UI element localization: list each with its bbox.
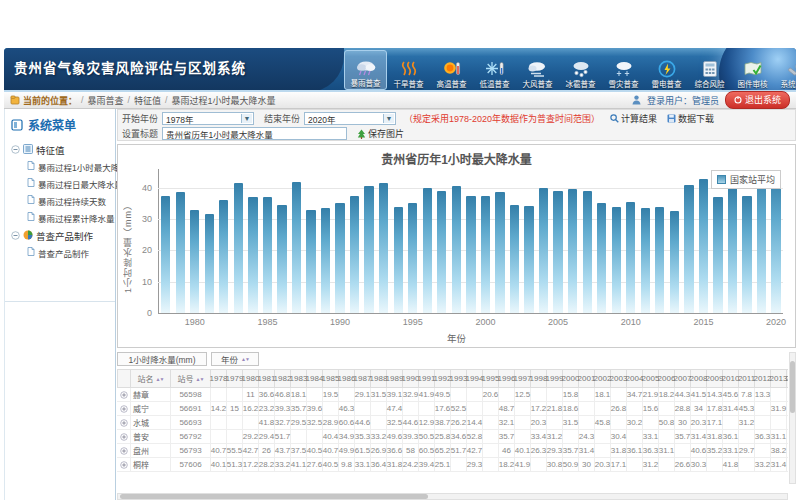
end-year-select[interactable]: 2020年 ▼	[304, 112, 396, 125]
value-cell	[371, 416, 387, 430]
year-header-1997[interactable]: 1997	[515, 369, 531, 388]
value-cell	[611, 416, 627, 430]
year-header-1979[interactable]: 1979	[227, 369, 243, 388]
year-header-1987[interactable]: 1987	[355, 369, 371, 388]
sort-icons[interactable]: ▲▼	[196, 376, 204, 382]
year-header-2000[interactable]: 2000	[563, 369, 579, 388]
year-header-2007[interactable]: 2007	[675, 369, 691, 388]
year-header-2014[interactable]: 2014	[787, 369, 788, 388]
station-name-cell[interactable]: 普安	[131, 430, 171, 444]
year-header-2001[interactable]: 2001	[579, 369, 595, 388]
year-header-1989[interactable]: 1989	[387, 369, 403, 388]
year-header-1996[interactable]: 1996	[499, 369, 515, 388]
year-header-1982[interactable]: 1982	[275, 369, 291, 388]
year-header-1995[interactable]: 1995	[483, 369, 499, 388]
year-header-2011[interactable]: 2011	[739, 369, 755, 388]
expand-row-icon[interactable]	[117, 402, 131, 416]
year-header-2003[interactable]: 2003	[611, 369, 627, 388]
year-header-2008[interactable]: 2008	[691, 369, 707, 388]
metric-group-header[interactable]: 1小时降水量(mm)	[117, 352, 207, 366]
year-header-2009[interactable]: 2009	[707, 369, 723, 388]
toolbar-item-4[interactable]: 低温普查	[473, 50, 516, 90]
station-name-cell[interactable]: 赫章	[131, 388, 171, 402]
station-name-header[interactable]: 站名▲▼	[131, 369, 171, 388]
year-header-1978[interactable]: 1978	[211, 369, 227, 388]
x-axis-line	[158, 313, 783, 314]
toolbar-item-1[interactable]: 暴雨普查	[344, 50, 387, 90]
sidebar-item-1-3[interactable]: 暴雨过程持续天数	[5, 192, 115, 209]
chart-bar	[742, 196, 751, 313]
toolbar-item-3[interactable]: 高温普查	[430, 50, 473, 90]
year-header-2005[interactable]: 2005	[643, 369, 659, 388]
vertical-scrollbar[interactable]	[789, 352, 796, 484]
year-header-1999[interactable]: 1999	[547, 369, 563, 388]
toolbar-item-9[interactable]: 综合风险	[688, 50, 731, 90]
vertical-scrollbar-thumb[interactable]	[790, 361, 795, 413]
sidebar-item-1-4[interactable]: 暴雨过程累计降水量	[5, 209, 115, 226]
expand-row-icon[interactable]	[117, 458, 131, 472]
select-column-header[interactable]	[117, 369, 131, 388]
start-year-select[interactable]: 1978年 ▼	[162, 112, 254, 125]
year-header-1983[interactable]: 1983	[291, 369, 307, 388]
value-cell: 17.1	[611, 458, 627, 472]
year-header-1981[interactable]: 1981	[259, 369, 275, 388]
year-header-1991[interactable]: 1991	[419, 369, 435, 388]
horizontal-scrollbar[interactable]	[117, 493, 788, 500]
year-header-2013[interactable]: 2013	[771, 369, 787, 388]
year-header-2006[interactable]: 2006	[659, 369, 675, 388]
expand-row-icon[interactable]	[117, 430, 131, 444]
expand-row-icon[interactable]	[117, 388, 131, 402]
year-header-1988[interactable]: 1988	[371, 369, 387, 388]
horizontal-scrollbar-thumb[interactable]	[120, 494, 428, 499]
year-header-1993[interactable]: 1993	[451, 369, 467, 388]
toolbar-item-6[interactable]: 冰雹普查	[559, 50, 602, 90]
expand-row-icon[interactable]	[117, 444, 131, 458]
chart-title-input[interactable]	[162, 127, 347, 140]
toolbar-item-11[interactable]: 系统设置	[774, 50, 796, 90]
calc-result-button[interactable]: 计算结果	[610, 112, 657, 125]
toolbar-item-5[interactable]: 大风普查	[516, 50, 559, 90]
station-name-cell[interactable]: 盘州	[131, 444, 171, 458]
station-name-cell[interactable]: 桐梓	[131, 458, 171, 472]
year-header-1984[interactable]: 1984	[307, 369, 323, 388]
value-cell: 37.5	[291, 444, 307, 458]
toolbar-item-8[interactable]: 雷电普查	[645, 50, 688, 90]
year-header-1985[interactable]: 1985	[323, 369, 339, 388]
year-header-1986[interactable]: 1986	[339, 369, 355, 388]
station-id-header[interactable]: 站号▲▼	[171, 369, 211, 388]
station-name-cell[interactable]: 威宁	[131, 402, 171, 416]
data-download-button[interactable]: 数据下载	[667, 112, 714, 125]
year-header-1992[interactable]: 1992	[435, 369, 451, 388]
breadcrumb-item-1[interactable]: 暴雨普查	[88, 94, 124, 107]
year-header-1998[interactable]: 1998	[531, 369, 547, 388]
save-image-button[interactable]: 保存图片	[357, 127, 404, 140]
collapse-icon[interactable]	[11, 145, 20, 156]
year-header-2012[interactable]: 2012	[755, 369, 771, 388]
year-header-1990[interactable]: 1990	[403, 369, 419, 388]
sort-icons[interactable]: ▲▼	[241, 356, 249, 362]
sidebar-group-1[interactable]: 特征值	[5, 140, 115, 158]
value-cell: 40.1	[515, 444, 531, 458]
toolbar-item-7[interactable]: 雪灾普查	[602, 50, 645, 90]
value-cell: 29.3	[467, 458, 483, 472]
breadcrumb-item-2[interactable]: 特征值	[134, 94, 161, 107]
sidebar-item-2-1[interactable]: 普查产品制作	[5, 244, 115, 261]
sort-icons[interactable]: ▲▼	[156, 376, 164, 382]
year-group-header[interactable]: 年份 ▲▼	[211, 352, 259, 366]
year-header-1980[interactable]: 1980	[243, 369, 259, 388]
collapse-icon[interactable]	[11, 231, 20, 242]
logout-button[interactable]: 退出系统	[725, 91, 790, 109]
sidebar-item-1-2[interactable]: 暴雨过程日最大降水量	[5, 175, 115, 192]
station-name-cell[interactable]: 水城	[131, 416, 171, 430]
sidebar-group-2[interactable]: 普查产品制作	[5, 226, 115, 244]
toolbar-item-2[interactable]: 干旱普查	[387, 50, 430, 90]
year-header-2002[interactable]: 2002	[595, 369, 611, 388]
year-header-2004[interactable]: 2004	[627, 369, 643, 388]
sidebar-title: 系统菜单	[28, 116, 76, 133]
year-header-2010[interactable]: 2010	[723, 369, 739, 388]
year-header-1994[interactable]: 1994	[467, 369, 483, 388]
toolbar-item-10[interactable]: 图件审核	[731, 50, 774, 90]
document-icon	[27, 195, 35, 206]
sidebar-item-1-1[interactable]: 暴雨过程1小时最大降水量	[5, 158, 115, 175]
expand-row-icon[interactable]	[117, 416, 131, 430]
